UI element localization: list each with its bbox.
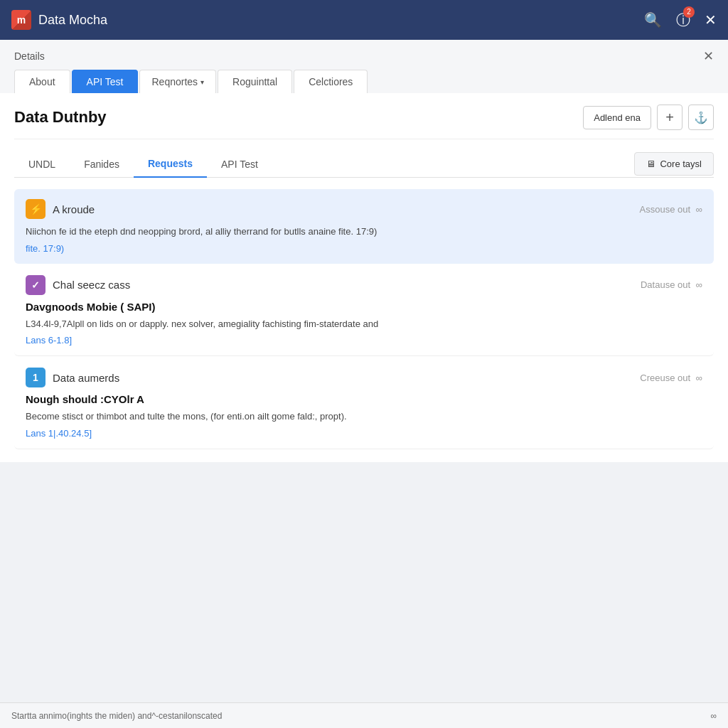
details-header: Details ✕ <box>14 48 714 64</box>
item-icon: ✓ <box>26 275 46 295</box>
tab-celctiores[interactable]: Celctiores <box>294 70 368 93</box>
add-env-button[interactable]: Adlend ena <box>583 106 651 129</box>
details-title: Details <box>14 50 45 62</box>
tab-bar: About API Test Reqnortes ▾ Roguinttal Ce… <box>14 70 714 93</box>
item-subtitle: Davgnoods Mobie ( SAPI) <box>26 301 702 313</box>
status-text: Startta annimo(inghts the miden) and^-ce… <box>11 711 222 721</box>
request-item[interactable]: ✓ Chal seecz cass Datause out ∞ Davgnood… <box>14 265 714 357</box>
nav-right: 🔍 ⓘ 2 ✕ <box>644 11 717 30</box>
nav-left: m Data Mocha <box>11 10 107 30</box>
request-item[interactable]: ⚡ A kroude Assouse out ∞ Niichon fe id t… <box>14 189 714 264</box>
details-close-button[interactable]: ✕ <box>703 48 714 64</box>
item-meta: Lans 1|.40.24.5] <box>26 428 702 439</box>
page-title: Data Dutnby <box>14 108 107 127</box>
close-icon[interactable]: ✕ <box>705 11 717 28</box>
main-content: Data Dutnby Adlend ena + ⚓ UNDL Fanides … <box>0 93 728 462</box>
request-list: ⚡ A kroude Assouse out ∞ Niichon fe id t… <box>14 189 714 451</box>
status-bar: Startta annimo(inghts the miden) and^-ce… <box>0 702 728 728</box>
item-name: Chal seecz cass <box>53 279 130 291</box>
notification-badge: 2 <box>683 6 695 18</box>
core-taysl-container: 🖥 Core taysl <box>634 152 714 176</box>
item-description: Niichon fe id the eteph dnd neopping bro… <box>26 225 702 239</box>
item-name: A kroude <box>53 203 95 215</box>
request-item-left: ✓ Chal seecz cass <box>26 275 130 295</box>
tab-roguinttal[interactable]: Roguinttal <box>218 70 292 93</box>
details-panel: Details ✕ About API Test Reqnortes ▾ Rog… <box>0 40 728 93</box>
app-title: Data Mocha <box>38 13 107 28</box>
item-meta: fite. 17:9) <box>26 243 702 254</box>
request-item-header: ⚡ A kroude Assouse out ∞ <box>26 199 702 219</box>
request-item-header: 1 Data aumerds Creeuse out ∞ <box>26 368 702 387</box>
request-item-left: 1 Data aumerds <box>26 368 119 387</box>
page-header: Data Dutnby Adlend ena + ⚓ <box>14 105 714 139</box>
request-item-header: ✓ Chal seecz cass Datause out ∞ <box>26 275 702 295</box>
item-action: Creeuse out ∞ <box>637 373 702 383</box>
sec-tab-api-test[interactable]: API Test <box>207 151 272 177</box>
chevron-down-icon: ▾ <box>200 78 204 86</box>
item-name: Data aumerds <box>53 372 119 384</box>
tab-api-test[interactable]: API Test <box>72 70 139 93</box>
secondary-tab-bar: UNDL Fanides Requests API Test 🖥 Core ta… <box>14 151 714 178</box>
item-subtitle: Nough should :CYOlr A <box>26 393 702 405</box>
item-meta: Lans 6-1.8] <box>26 335 702 346</box>
status-symbol: ∞ <box>710 711 717 721</box>
request-item-left: ⚡ A kroude <box>26 199 95 219</box>
tab-about[interactable]: About <box>14 70 70 93</box>
item-description: L34.4l-9,7Alpll on lids on or dapply. ne… <box>26 317 702 331</box>
item-action: Assouse out ∞ <box>637 204 702 215</box>
notification-icon[interactable]: ⓘ 2 <box>676 11 690 30</box>
header-actions: Adlend ena + ⚓ <box>583 105 714 130</box>
item-icon: ⚡ <box>26 199 46 219</box>
anchor-button[interactable]: ⚓ <box>688 105 714 130</box>
core-taysl-button[interactable]: 🖥 Core taysl <box>634 152 714 176</box>
item-icon: 1 <box>26 368 46 387</box>
request-item[interactable]: 1 Data aumerds Creeuse out ∞ Nough shoul… <box>14 358 714 449</box>
top-nav-bar: m Data Mocha 🔍 ⓘ 2 ✕ <box>0 0 728 40</box>
item-description: Become stisct or thimbot and tulte the m… <box>26 410 702 424</box>
search-icon[interactable]: 🔍 <box>644 11 662 28</box>
core-icon: 🖥 <box>646 159 655 169</box>
sec-tab-fanides[interactable]: Fanides <box>70 151 134 177</box>
plus-button[interactable]: + <box>657 105 682 130</box>
item-action: Datause out ∞ <box>638 279 702 290</box>
sec-tab-undl[interactable]: UNDL <box>14 151 70 177</box>
sec-tab-requests[interactable]: Requests <box>134 151 207 178</box>
app-logo: m <box>11 10 31 30</box>
tab-reqnortes[interactable]: Reqnortes ▾ <box>139 70 216 93</box>
